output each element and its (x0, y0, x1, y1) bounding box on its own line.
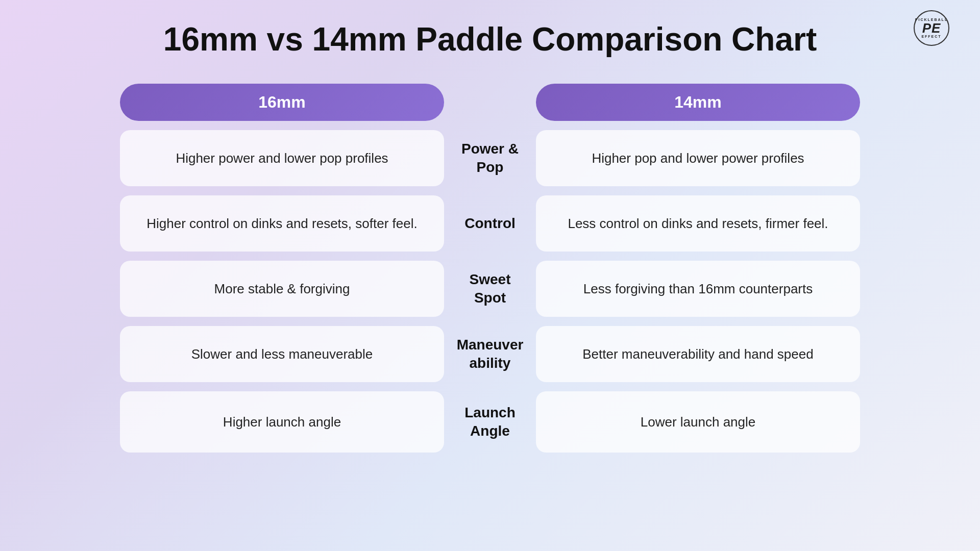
cell-launch-left: Higher launch angle (120, 391, 444, 453)
cell-control-left: Higher control on dinks and resets, soft… (120, 195, 444, 252)
header-14mm: 14mm (536, 84, 860, 121)
cell-maneuver-right: Better maneuverability and hand speed (536, 326, 860, 382)
cell-control-right: Less control on dinks and resets, firmer… (536, 195, 860, 252)
comparison-grid: 16mm 14mm Higher power and lower pop pro… (120, 84, 860, 453)
page-title: 16mm vs 14mm Paddle Comparison Chart (163, 20, 817, 58)
cell-sweetspot-right: Less forgiving than 16mm counterparts (536, 261, 860, 317)
logo-letters: PE (922, 21, 941, 35)
logo: PICKLEBALL PE EFFECT (914, 10, 949, 46)
category-power: Power &Pop (444, 130, 536, 186)
category-control: Control (444, 195, 536, 252)
category-sweetspot: SweetSpot (444, 261, 536, 317)
cell-launch-right: Lower launch angle (536, 391, 860, 453)
category-launch: LaunchAngle (444, 391, 536, 453)
header-center-spacer (444, 84, 536, 121)
cell-power-right: Higher pop and lower power profiles (536, 130, 860, 186)
category-maneuverability: Maneuverability (444, 326, 536, 382)
page-container: PICKLEBALL PE EFFECT 16mm vs 14mm Paddle… (0, 0, 980, 551)
cell-maneuver-left: Slower and less maneuverable (120, 326, 444, 382)
cell-power-left: Higher power and lower pop profiles (120, 130, 444, 186)
logo-bottom-text: EFFECT (921, 35, 941, 38)
header-16mm: 16mm (120, 84, 444, 121)
cell-sweetspot-left: More stable & forgiving (120, 261, 444, 317)
